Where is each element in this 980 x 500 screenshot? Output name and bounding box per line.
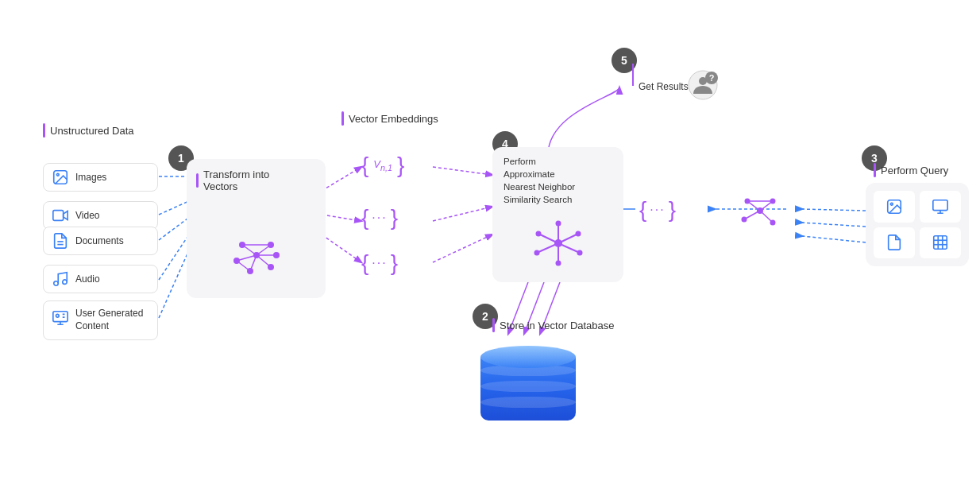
svg-line-45: [558, 234, 578, 243]
svg-line-15: [802, 223, 866, 227]
svg-rect-26: [53, 312, 68, 322]
transform-label: Transform intoVectors: [203, 169, 269, 192]
small-cluster-node: [735, 189, 786, 236]
audio-icon: [52, 270, 69, 288]
data-source-ugc: User Generated Content: [43, 300, 158, 340]
video-label: Video: [75, 210, 99, 221]
svg-line-48: [537, 243, 558, 253]
image-icon: [52, 169, 69, 186]
vector-embeddings-header: Vector Embeddings: [341, 111, 438, 126]
svg-line-36: [257, 245, 271, 255]
ugc-label: User Generated Content: [75, 308, 149, 332]
svg-line-2: [159, 216, 191, 240]
svg-line-37: [237, 255, 257, 261]
step5-line: [632, 64, 634, 86]
svg-rect-21: [53, 211, 64, 221]
person-svg: ?: [688, 70, 718, 100]
svg-point-55: [535, 231, 541, 237]
svg-line-10: [433, 234, 492, 262]
document-icon: [52, 232, 69, 250]
data-source-documents: Documents: [43, 227, 158, 255]
vector-vn1: { Vn,1 }: [361, 153, 404, 178]
svg-line-6: [322, 215, 361, 221]
ann-search-card: PerformApproximateNearest NeighborSimila…: [492, 147, 623, 282]
query-image-icon: [885, 198, 903, 215]
images-label: Images: [75, 172, 106, 183]
person-icon: ?: [688, 70, 718, 103]
data-source-audio: Audio: [43, 265, 158, 293]
cluster-icon-transform: [225, 227, 288, 283]
transform-header: Transform intoVectors: [196, 169, 335, 192]
vector-dots-1: { ··· }: [361, 205, 398, 231]
svg-line-38: [257, 255, 271, 267]
vector-db-header: Store in Vector Database: [492, 318, 615, 332]
svg-rect-68: [933, 200, 947, 211]
svg-rect-69: [934, 236, 947, 250]
svg-point-24: [54, 281, 59, 286]
data-source-images: Images: [43, 163, 158, 192]
unstructured-data-label: Unstructured Data: [50, 125, 134, 137]
svg-point-52: [577, 250, 582, 256]
documents-label: Documents: [75, 235, 124, 246]
svg-line-63: [744, 211, 760, 219]
video-icon: [52, 207, 69, 224]
unstructured-data-header: Unstructured Data: [43, 123, 134, 138]
data-source-video: Video: [43, 201, 158, 230]
svg-point-27: [56, 314, 60, 317]
svg-line-49: [538, 234, 558, 243]
svg-line-62: [760, 201, 773, 211]
svg-line-1: [159, 200, 191, 215]
get-results-label: Get Results: [639, 81, 689, 92]
svg-line-8: [433, 167, 492, 175]
svg-line-4: [159, 246, 191, 318]
perform-query-card: [866, 183, 969, 266]
perform-query-header: Perform Query: [874, 163, 948, 177]
svg-line-39: [250, 255, 257, 271]
small-cluster-icon: [735, 189, 786, 233]
diagram-container: Unstructured Data Images Video Documents: [0, 0, 980, 500]
svg-point-50: [555, 221, 561, 227]
svg-line-42: [237, 261, 250, 271]
svg-point-53: [555, 261, 561, 266]
ann-label: PerformApproximateNearest NeighborSimila…: [504, 155, 575, 206]
svg-line-14: [802, 209, 866, 211]
vector-db-label: Store in Vector Database: [500, 320, 615, 331]
right-bracket-group: { ··· }: [639, 197, 676, 223]
svg-line-7: [322, 234, 361, 262]
transform-card: Transform intoVectors: [187, 159, 326, 298]
svg-line-16: [802, 236, 866, 242]
svg-line-64: [760, 211, 773, 223]
query-icon-table: [920, 227, 961, 259]
svg-line-61: [747, 201, 760, 211]
svg-point-20: [56, 173, 59, 176]
svg-point-25: [63, 280, 68, 285]
svg-point-67: [890, 203, 893, 205]
query-icon-document: [874, 227, 915, 259]
svg-point-54: [534, 250, 539, 256]
database-icon: [480, 346, 560, 417]
perform-query-label: Perform Query: [881, 165, 948, 176]
svg-line-9: [433, 207, 492, 221]
ann-icon: [531, 219, 586, 267]
svg-line-35: [242, 245, 257, 255]
svg-line-46: [558, 243, 580, 253]
query-icon-image: [874, 191, 915, 223]
query-doc-icon: [885, 234, 903, 251]
query-icon-monitor: [920, 191, 961, 223]
svg-text:?: ?: [709, 73, 715, 83]
vector-dots-2: { ··· }: [361, 250, 398, 276]
svg-point-51: [575, 231, 581, 237]
query-table-icon: [932, 234, 949, 251]
vector-embeddings-label: Vector Embeddings: [349, 113, 438, 125]
ugc-icon: [52, 309, 69, 327]
audio-label: Audio: [75, 273, 100, 285]
query-monitor-icon: [932, 198, 949, 215]
svg-line-3: [159, 232, 191, 280]
